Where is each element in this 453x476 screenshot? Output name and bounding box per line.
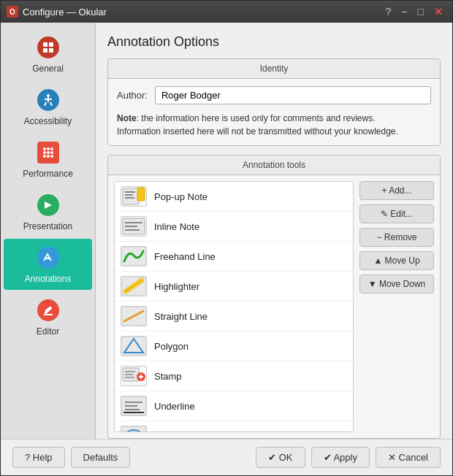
annotations-icon	[37, 247, 59, 269]
sidebar-item-annotations-label: Annotations	[25, 274, 71, 284]
svg-line-7	[45, 102, 46, 106]
sidebar-item-editor[interactable]: Editor	[4, 291, 92, 342]
list-item[interactable]: Inline Note	[115, 212, 353, 242]
bottom-right: ✔ OK ✔ Apply ✕ Cancel	[256, 447, 441, 468]
svg-rect-1	[49, 42, 53, 47]
sidebar-item-presentation[interactable]: Presentation	[4, 186, 92, 237]
freehand-line-label: Freehand Line	[154, 251, 216, 262]
close-button[interactable]: ✕	[430, 4, 446, 19]
tools-buttons: + Add... ✎ Edit... − Remove ▲ Move Up ▼ …	[359, 175, 440, 438]
presentation-icon-wrap	[35, 192, 61, 218]
defaults-button[interactable]: Defaults	[71, 447, 131, 468]
performance-icon-wrap	[35, 139, 61, 166]
help-window-button[interactable]: ?	[382, 4, 395, 19]
list-item[interactable]: Polygon	[115, 331, 353, 361]
tools-list: Pop-up Note	[114, 181, 354, 432]
apply-button[interactable]: ✔ Apply	[311, 447, 370, 468]
page-title: Annotation Options	[107, 34, 441, 50]
title-bar-left: O Configure — Okular	[7, 6, 107, 18]
highlighter-label: Highlighter	[154, 281, 199, 292]
svg-point-9	[43, 151, 46, 154]
list-item[interactable]: Straight Line	[115, 302, 353, 331]
add-tool-button[interactable]: + Add...	[359, 181, 434, 200]
list-item[interactable]: Underline	[115, 391, 353, 421]
performance-icon	[37, 142, 59, 164]
underline-label: Underline	[154, 401, 195, 412]
underline-icon	[121, 396, 147, 416]
window-title: Configure — Okular	[23, 7, 107, 18]
list-item[interactable]: Pop-up Note	[115, 182, 353, 212]
maximize-button[interactable]: □	[414, 4, 427, 19]
annotation-tools-section: Annotation tools	[107, 155, 441, 439]
svg-rect-25	[137, 188, 145, 201]
svg-rect-0	[43, 42, 47, 47]
sidebar-item-accessibility[interactable]: Accessibility	[4, 81, 92, 132]
sidebar-item-annotations[interactable]: Annotations	[4, 239, 92, 290]
polygon-icon	[121, 336, 147, 356]
ellipse-icon	[121, 426, 147, 432]
note-strong: Note	[117, 113, 137, 123]
identity-section-title: Identity	[108, 59, 440, 79]
highlighter-icon	[121, 276, 147, 296]
sidebar-item-presentation-label: Presentation	[23, 221, 72, 231]
window-controls: ? − □ ✕	[382, 4, 446, 19]
popup-note-label: Pop-up Note	[154, 191, 208, 202]
move-down-button[interactable]: ▼ Move Down	[359, 275, 434, 293]
straight-line-label: Straight Line	[154, 311, 208, 322]
main-content: Annotation Options Identity Author: Note…	[96, 23, 452, 439]
svg-point-11	[50, 151, 53, 154]
editor-icon	[37, 299, 59, 321]
accessibility-icon-wrap	[35, 87, 61, 113]
popup-note-icon	[121, 186, 147, 207]
move-up-button[interactable]: ▲ Move Up	[359, 251, 434, 270]
sidebar-item-accessibility-label: Accessibility	[24, 116, 72, 126]
svg-line-8	[50, 102, 52, 106]
tools-body: Pop-up Note	[108, 175, 440, 438]
list-item[interactable]: Highlighter	[115, 272, 353, 302]
sidebar: General Accessibility	[1, 23, 96, 439]
general-icon	[37, 37, 59, 58]
remove-tool-button[interactable]: − Remove	[359, 228, 434, 247]
list-item[interactable]: Ellipse	[115, 421, 353, 432]
annotations-icon-wrap	[35, 245, 61, 271]
title-bar: O Configure — Okular ? − □ ✕	[1, 1, 452, 23]
svg-point-4	[47, 94, 50, 97]
ellipse-label: Ellipse	[154, 431, 182, 433]
minimize-button[interactable]: −	[397, 4, 411, 19]
svg-point-13	[47, 155, 50, 158]
ok-button[interactable]: ✔ OK	[256, 447, 305, 468]
sidebar-item-performance[interactable]: Performance	[4, 134, 92, 185]
svg-point-16	[47, 147, 50, 150]
svg-point-15	[43, 147, 46, 150]
sidebar-item-general-label: General	[32, 64, 64, 74]
sidebar-item-editor-label: Editor	[37, 326, 59, 337]
svg-point-17	[50, 147, 53, 150]
list-item[interactable]: Freehand Line	[115, 242, 353, 272]
polygon-label: Polygon	[154, 341, 189, 352]
list-item[interactable]: Stamp	[115, 361, 353, 391]
svg-rect-21	[123, 188, 139, 204]
author-label: Author:	[117, 90, 148, 101]
app-icon: O	[7, 6, 18, 18]
author-input[interactable]	[155, 86, 431, 104]
straight-line-icon	[121, 306, 147, 326]
cancel-button[interactable]: ✕ Cancel	[376, 447, 441, 468]
svg-point-10	[47, 151, 50, 154]
tools-section-title: Annotation tools	[108, 156, 440, 175]
svg-point-14	[50, 155, 53, 158]
stamp-label: Stamp	[154, 371, 182, 382]
help-button[interactable]: ? Help	[12, 447, 65, 468]
general-icon-wrap	[35, 34, 61, 61]
svg-marker-18	[45, 201, 52, 209]
edit-tool-button[interactable]: ✎ Edit...	[359, 204, 434, 223]
window-body: General Accessibility	[1, 23, 452, 439]
stamp-icon	[121, 366, 147, 386]
svg-rect-3	[49, 48, 53, 53]
presentation-icon	[37, 194, 59, 216]
sidebar-item-general[interactable]: General	[4, 28, 92, 80]
svg-point-12	[43, 155, 46, 158]
bottom-bar: ? Help Defaults ✔ OK ✔ Apply ✕ Cancel	[1, 439, 452, 475]
inline-note-icon	[121, 216, 147, 237]
bottom-left: ? Help Defaults	[12, 447, 130, 468]
identity-row: Author:	[108, 79, 440, 112]
